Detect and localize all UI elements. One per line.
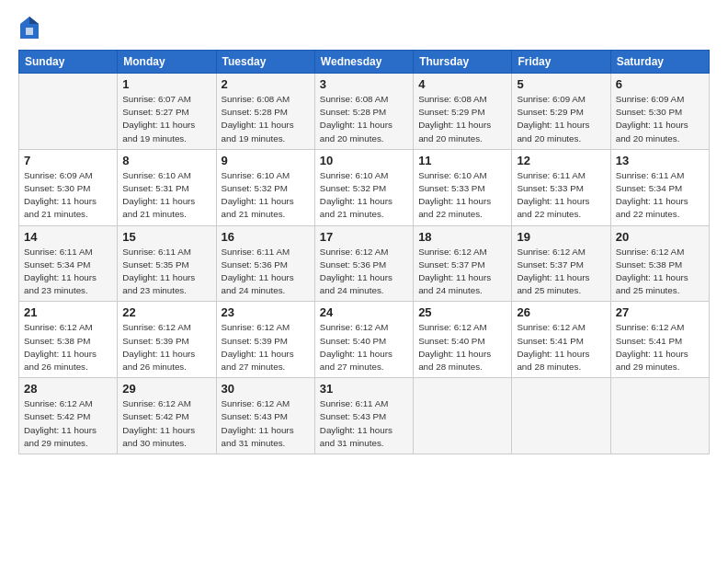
col-tuesday: Tuesday — [216, 51, 314, 74]
col-sunday: Sunday — [19, 51, 118, 74]
day-info: Sunrise: 6:08 AMSunset: 5:29 PMDaylight:… — [418, 93, 506, 145]
day-number: 31 — [320, 382, 408, 396]
day-cell: 28Sunrise: 6:12 AMSunset: 5:42 PMDayligh… — [19, 378, 118, 454]
day-info: Sunrise: 6:10 AMSunset: 5:33 PMDaylight:… — [418, 169, 506, 222]
day-cell: 23Sunrise: 6:12 AMSunset: 5:39 PMDayligh… — [216, 302, 314, 378]
day-info: Sunrise: 6:12 AMSunset: 5:43 PMDaylight:… — [222, 397, 310, 450]
day-number: 8 — [122, 154, 210, 167]
day-cell: 25Sunrise: 6:12 AMSunset: 5:40 PMDayligh… — [414, 302, 512, 378]
day-info: Sunrise: 6:11 AMSunset: 5:34 PMDaylight:… — [616, 169, 704, 222]
col-monday: Monday — [118, 51, 216, 74]
day-cell: 14Sunrise: 6:11 AMSunset: 5:34 PMDayligh… — [19, 225, 118, 302]
day-number: 5 — [517, 77, 605, 91]
day-cell: 8Sunrise: 6:10 AMSunset: 5:31 PMDaylight… — [118, 149, 216, 225]
day-cell: 13Sunrise: 6:11 AMSunset: 5:34 PMDayligh… — [610, 149, 709, 225]
day-number: 25 — [418, 305, 506, 319]
day-info: Sunrise: 6:12 AMSunset: 5:38 PMDaylight:… — [616, 246, 704, 298]
day-info: Sunrise: 6:12 AMSunset: 5:37 PMDaylight:… — [517, 246, 605, 298]
day-info: Sunrise: 6:12 AMSunset: 5:40 PMDaylight:… — [320, 321, 408, 373]
day-info: Sunrise: 6:11 AMSunset: 5:35 PMDaylight:… — [122, 246, 210, 298]
day-info: Sunrise: 6:11 AMSunset: 5:34 PMDaylight:… — [24, 246, 112, 298]
day-number: 7 — [24, 154, 112, 167]
day-info: Sunrise: 6:11 AMSunset: 5:36 PMDaylight:… — [222, 246, 310, 298]
day-cell: 15Sunrise: 6:11 AMSunset: 5:35 PMDayligh… — [118, 225, 216, 302]
week-row-5: 28Sunrise: 6:12 AMSunset: 5:42 PMDayligh… — [19, 378, 710, 454]
day-cell: 12Sunrise: 6:11 AMSunset: 5:33 PMDayligh… — [512, 149, 610, 225]
day-info: Sunrise: 6:07 AMSunset: 5:27 PMDaylight:… — [122, 93, 210, 145]
header — [18, 15, 710, 40]
day-cell — [610, 378, 709, 454]
day-number: 6 — [616, 77, 704, 91]
day-cell: 29Sunrise: 6:12 AMSunset: 5:42 PMDayligh… — [118, 378, 216, 454]
day-info: Sunrise: 6:12 AMSunset: 5:42 PMDaylight:… — [24, 397, 112, 450]
day-number: 29 — [122, 382, 210, 396]
logo-icon — [18, 15, 40, 40]
svg-rect-2 — [26, 28, 33, 35]
day-cell: 22Sunrise: 6:12 AMSunset: 5:39 PMDayligh… — [118, 302, 216, 378]
day-info: Sunrise: 6:08 AMSunset: 5:28 PMDaylight:… — [320, 93, 408, 145]
day-info: Sunrise: 6:09 AMSunset: 5:30 PMDaylight:… — [616, 93, 704, 145]
day-cell — [19, 74, 118, 150]
day-cell: 27Sunrise: 6:12 AMSunset: 5:41 PMDayligh… — [610, 302, 709, 378]
day-number: 26 — [517, 305, 605, 319]
day-number: 14 — [24, 230, 112, 244]
col-wednesday: Wednesday — [314, 51, 413, 74]
day-number: 24 — [320, 305, 408, 319]
day-cell: 2Sunrise: 6:08 AMSunset: 5:28 PMDaylight… — [216, 74, 314, 150]
day-info: Sunrise: 6:08 AMSunset: 5:28 PMDaylight:… — [222, 93, 310, 145]
day-info: Sunrise: 6:10 AMSunset: 5:32 PMDaylight:… — [320, 169, 408, 222]
day-cell: 26Sunrise: 6:12 AMSunset: 5:41 PMDayligh… — [512, 302, 610, 378]
logo — [18, 15, 42, 40]
week-row-1: 1Sunrise: 6:07 AMSunset: 5:27 PMDaylight… — [19, 74, 710, 150]
day-number: 20 — [616, 230, 704, 244]
day-info: Sunrise: 6:09 AMSunset: 5:30 PMDaylight:… — [24, 169, 112, 222]
calendar-table: Sunday Monday Tuesday Wednesday Thursday… — [18, 50, 710, 454]
day-cell: 6Sunrise: 6:09 AMSunset: 5:30 PMDaylight… — [610, 74, 709, 150]
day-cell: 7Sunrise: 6:09 AMSunset: 5:30 PMDaylight… — [19, 149, 118, 225]
day-number: 11 — [418, 154, 506, 167]
day-number: 19 — [517, 230, 605, 244]
day-number: 30 — [222, 382, 310, 396]
day-number: 21 — [24, 305, 112, 319]
day-cell: 20Sunrise: 6:12 AMSunset: 5:38 PMDayligh… — [610, 225, 709, 302]
day-cell: 3Sunrise: 6:08 AMSunset: 5:28 PMDaylight… — [314, 74, 413, 150]
day-number: 10 — [320, 154, 408, 167]
day-number: 9 — [222, 154, 310, 167]
day-info: Sunrise: 6:12 AMSunset: 5:38 PMDaylight:… — [24, 321, 112, 373]
col-friday: Friday — [512, 51, 610, 74]
page: Sunday Monday Tuesday Wednesday Thursday… — [0, 0, 728, 563]
day-number: 16 — [222, 230, 310, 244]
day-info: Sunrise: 6:12 AMSunset: 5:39 PMDaylight:… — [122, 321, 210, 373]
day-cell: 17Sunrise: 6:12 AMSunset: 5:36 PMDayligh… — [314, 225, 413, 302]
day-number: 2 — [222, 77, 310, 91]
day-info: Sunrise: 6:12 AMSunset: 5:40 PMDaylight:… — [418, 321, 506, 373]
day-cell: 5Sunrise: 6:09 AMSunset: 5:29 PMDaylight… — [512, 74, 610, 150]
day-info: Sunrise: 6:12 AMSunset: 5:39 PMDaylight:… — [222, 321, 310, 373]
day-cell: 11Sunrise: 6:10 AMSunset: 5:33 PMDayligh… — [414, 149, 512, 225]
day-info: Sunrise: 6:12 AMSunset: 5:41 PMDaylight:… — [616, 321, 704, 373]
day-info: Sunrise: 6:10 AMSunset: 5:32 PMDaylight:… — [222, 169, 310, 222]
day-number: 13 — [616, 154, 704, 167]
week-row-4: 21Sunrise: 6:12 AMSunset: 5:38 PMDayligh… — [19, 302, 710, 378]
day-number: 22 — [122, 305, 210, 319]
day-cell — [512, 378, 610, 454]
day-cell: 24Sunrise: 6:12 AMSunset: 5:40 PMDayligh… — [314, 302, 413, 378]
day-info: Sunrise: 6:12 AMSunset: 5:37 PMDaylight:… — [418, 246, 506, 298]
day-cell: 10Sunrise: 6:10 AMSunset: 5:32 PMDayligh… — [314, 149, 413, 225]
day-number: 17 — [320, 230, 408, 244]
week-row-3: 14Sunrise: 6:11 AMSunset: 5:34 PMDayligh… — [19, 225, 710, 302]
day-number: 23 — [222, 305, 310, 319]
day-info: Sunrise: 6:12 AMSunset: 5:36 PMDaylight:… — [320, 246, 408, 298]
day-cell: 31Sunrise: 6:11 AMSunset: 5:43 PMDayligh… — [314, 378, 413, 454]
day-number: 3 — [320, 77, 408, 91]
day-number: 27 — [616, 305, 704, 319]
day-cell: 30Sunrise: 6:12 AMSunset: 5:43 PMDayligh… — [216, 378, 314, 454]
day-number: 28 — [24, 382, 112, 396]
day-cell: 16Sunrise: 6:11 AMSunset: 5:36 PMDayligh… — [216, 225, 314, 302]
day-info: Sunrise: 6:12 AMSunset: 5:41 PMDaylight:… — [517, 321, 605, 373]
day-number: 15 — [122, 230, 210, 244]
day-cell: 1Sunrise: 6:07 AMSunset: 5:27 PMDaylight… — [118, 74, 216, 150]
svg-marker-1 — [29, 17, 39, 24]
day-number: 1 — [122, 77, 210, 91]
day-cell — [414, 378, 512, 454]
